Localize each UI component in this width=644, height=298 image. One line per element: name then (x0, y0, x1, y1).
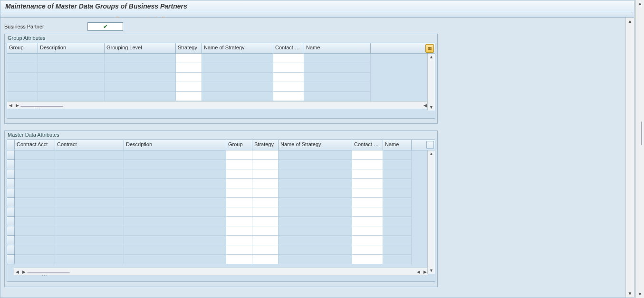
cell-name[interactable] (304, 63, 371, 73)
cell-group[interactable] (226, 226, 252, 236)
cell-description[interactable] (124, 188, 226, 198)
cell-description[interactable] (124, 198, 226, 207)
cell-strategy[interactable] (252, 198, 279, 207)
row-selector[interactable] (7, 207, 15, 217)
cell-group[interactable] (7, 73, 38, 82)
scroll-down-icon[interactable]: ▼ (626, 290, 634, 298)
cell-strategy[interactable] (176, 54, 202, 63)
table-row[interactable] (7, 207, 435, 217)
scrollbar-thumb[interactable]: ⋯ (20, 106, 63, 107)
cell-name[interactable] (304, 54, 371, 63)
cell-group[interactable] (226, 207, 252, 217)
cell-group[interactable] (7, 82, 38, 92)
table-row[interactable] (7, 82, 435, 92)
row-selector[interactable] (7, 255, 15, 264)
ga-horizontal-scrollbar[interactable]: ◀ ▶ ⋯ ◀ ▶ (7, 101, 435, 109)
cell-contact_person[interactable] (352, 255, 383, 264)
cell-name[interactable] (383, 245, 412, 255)
row-selector[interactable] (7, 226, 15, 236)
table-row[interactable] (7, 73, 435, 82)
ga-vertical-scrollbar[interactable]: ▲ ▼ (427, 54, 435, 111)
cell-name_of_strategy[interactable] (279, 150, 352, 160)
scroll-down-icon[interactable]: ▼ (428, 104, 435, 111)
cell-name[interactable] (383, 255, 412, 264)
ga-col-grouping_level[interactable]: Grouping Level (105, 43, 176, 53)
cell-contact_person[interactable] (352, 226, 383, 236)
cell-contract_acct[interactable] (15, 207, 55, 217)
row-selector-header[interactable] (7, 140, 15, 150)
cell-contract[interactable] (55, 236, 124, 245)
cell-contract_acct[interactable] (15, 245, 55, 255)
cell-contact_person[interactable] (273, 63, 304, 73)
cell-contract[interactable] (55, 150, 124, 160)
table-row[interactable] (7, 236, 435, 245)
cell-contract_acct[interactable] (15, 160, 55, 169)
row-selector[interactable] (7, 160, 15, 169)
cell-name_of_strategy[interactable] (202, 92, 273, 101)
row-selector[interactable] (7, 179, 15, 188)
cell-description[interactable] (124, 160, 226, 169)
cell-contact_person[interactable] (352, 179, 383, 188)
cell-group[interactable] (226, 179, 252, 188)
cell-description[interactable] (38, 54, 105, 63)
cell-name[interactable] (383, 160, 412, 169)
table-row[interactable] (7, 150, 435, 160)
cell-description[interactable] (124, 226, 226, 236)
table-row[interactable] (7, 198, 435, 207)
scroll-right-icon[interactable]: ▶ (14, 102, 20, 109)
cell-name_of_strategy[interactable] (202, 63, 273, 73)
cell-grouping_level[interactable] (105, 54, 176, 63)
cell-contact_person[interactable] (352, 188, 383, 198)
cell-grouping_level[interactable] (105, 82, 176, 92)
cell-description[interactable] (124, 169, 226, 179)
cell-name_of_strategy[interactable] (279, 217, 352, 226)
table-config-button[interactable]: ▦ (425, 44, 434, 53)
cell-description[interactable] (124, 150, 226, 160)
cell-contract[interactable] (55, 226, 124, 236)
cell-name_of_strategy[interactable] (279, 226, 352, 236)
row-selector[interactable] (7, 188, 15, 198)
table-row[interactable] (7, 179, 435, 188)
cell-name[interactable] (383, 236, 412, 245)
scroll-up-icon[interactable]: ▲ (636, 0, 644, 8)
ga-col-contact_person[interactable]: Contact P... (273, 43, 304, 53)
cell-name_of_strategy[interactable] (279, 160, 352, 169)
cell-contact_person[interactable] (273, 73, 304, 82)
cell-description[interactable] (124, 217, 226, 226)
cell-description[interactable] (124, 207, 226, 217)
cell-group[interactable] (226, 188, 252, 198)
mda-col-contract_acct[interactable]: Contract Acct (15, 140, 55, 150)
cell-contract_acct[interactable] (15, 169, 55, 179)
cell-contact_person[interactable] (352, 169, 383, 179)
cell-strategy[interactable] (176, 63, 202, 73)
cell-group[interactable] (226, 198, 252, 207)
scroll-up-icon[interactable]: ▲ (428, 150, 435, 157)
cell-contract[interactable] (55, 217, 124, 226)
mda-col-group[interactable]: Group (226, 140, 252, 150)
cell-contact_person[interactable] (352, 198, 383, 207)
scroll-up-icon[interactable]: ▲ (428, 54, 435, 60)
row-selector[interactable] (7, 236, 15, 245)
cell-contact_person[interactable] (273, 82, 304, 92)
cell-description[interactable] (124, 255, 226, 264)
scroll-left-icon[interactable]: ◀ (14, 269, 20, 275)
cell-contract[interactable] (55, 160, 124, 169)
cell-name[interactable] (304, 82, 371, 92)
cell-group[interactable] (7, 54, 38, 63)
cell-group[interactable] (7, 63, 38, 73)
cell-contract_acct[interactable] (15, 179, 55, 188)
cell-contract_acct[interactable] (15, 198, 55, 207)
mda-horizontal-scrollbar[interactable]: ◀ ▶ ⋯ ◀ ▶ (14, 268, 428, 275)
table-row[interactable] (7, 92, 435, 101)
cell-strategy[interactable] (252, 245, 279, 255)
cell-strategy[interactable] (252, 226, 279, 236)
ga-col-name_of_strategy[interactable]: Name of Strategy (202, 43, 273, 53)
cell-strategy[interactable] (252, 236, 279, 245)
table-row[interactable] (7, 217, 435, 226)
mda-col-strategy[interactable]: Strategy (252, 140, 279, 150)
cell-contact_person[interactable] (273, 54, 304, 63)
mda-col-contact_person[interactable]: Contact P... (352, 140, 383, 150)
cell-contract[interactable] (55, 255, 124, 264)
cell-name[interactable] (383, 207, 412, 217)
cell-contract_acct[interactable] (15, 188, 55, 198)
